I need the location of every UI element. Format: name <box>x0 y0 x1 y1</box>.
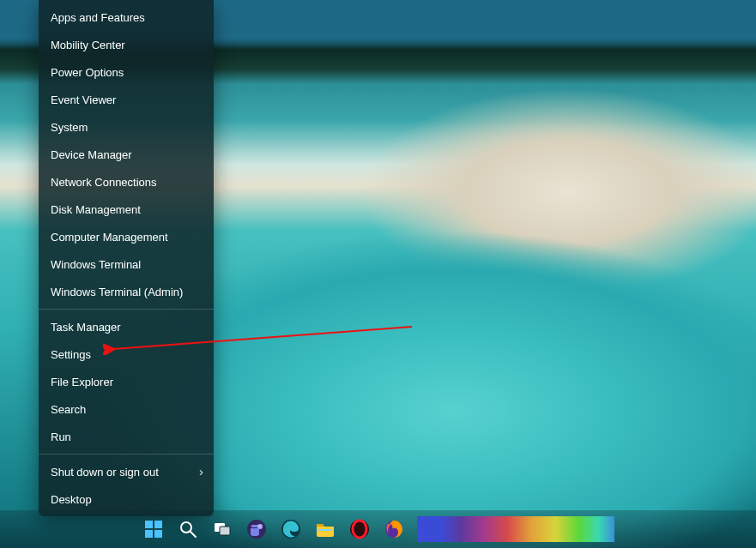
windows-logo-icon <box>144 520 163 539</box>
menu-item-label: Network Connections <box>51 176 157 189</box>
edge-icon <box>281 519 301 539</box>
svg-line-6 <box>191 532 196 537</box>
menu-windows-terminal-admin[interactable]: Windows Terminal (Admin) <box>39 278 214 305</box>
menu-item-label: Apps and Features <box>51 11 145 24</box>
menu-run[interactable]: Run <box>39 423 214 450</box>
menu-settings[interactable]: Settings <box>39 340 214 368</box>
taskbar-opera-button[interactable] <box>348 518 371 540</box>
menu-item-label: Run <box>51 431 71 443</box>
opera-icon <box>349 519 370 539</box>
taskbar-task-view-button[interactable] <box>211 518 233 540</box>
menu-task-manager[interactable]: Task Manager <box>39 313 214 340</box>
menu-separator <box>39 454 214 455</box>
menu-item-label: Event Viewer <box>51 93 116 106</box>
svg-rect-4 <box>154 530 162 538</box>
taskbar-start-button[interactable] <box>142 518 165 540</box>
taskbar-file-explorer-button[interactable] <box>314 518 336 540</box>
menu-item-label: Mobility Center <box>51 39 125 51</box>
menu-system[interactable]: System <box>39 113 214 141</box>
teams-icon <box>246 519 267 539</box>
menu-item-label: Task Manager <box>51 321 121 334</box>
svg-point-5 <box>181 522 191 533</box>
menu-item-label: Disk Management <box>51 203 141 216</box>
menu-disk-management[interactable]: Disk Management <box>39 196 214 223</box>
firefox-icon <box>384 519 404 539</box>
taskbar-edge-button[interactable] <box>280 518 302 540</box>
menu-item-label: System <box>51 121 88 134</box>
menu-item-label: Device Manager <box>51 148 132 161</box>
menu-item-label: Shut down or sign out <box>51 466 159 479</box>
folder-icon <box>315 520 336 539</box>
taskbar-widget-placeholder[interactable] <box>417 516 614 542</box>
menu-item-label: Windows Terminal (Admin) <box>51 286 183 298</box>
svg-rect-8 <box>220 527 230 535</box>
menu-windows-terminal[interactable]: Windows Terminal <box>39 250 214 278</box>
search-icon <box>178 520 197 539</box>
menu-network-connections[interactable]: Network Connections <box>39 168 214 196</box>
menu-item-label: Desktop <box>51 493 92 506</box>
menu-apps-and-features[interactable]: Apps and Features <box>39 3 214 31</box>
menu-item-label: Power Options <box>51 66 124 79</box>
menu-item-label: Search <box>51 403 86 416</box>
svg-rect-12 <box>318 529 332 531</box>
taskbar-firefox-button[interactable] <box>383 518 405 540</box>
menu-computer-management[interactable]: Computer Management <box>39 223 214 250</box>
task-view-icon <box>213 520 232 539</box>
menu-item-label: Windows Terminal <box>51 258 141 271</box>
menu-separator <box>39 309 214 310</box>
menu-item-label: Settings <box>51 348 91 361</box>
menu-shut-down-or-sign-out[interactable]: Shut down or sign out <box>39 458 214 485</box>
taskbar-chat-button[interactable] <box>245 518 268 540</box>
taskbar <box>0 510 756 548</box>
svg-rect-1 <box>145 521 153 528</box>
taskbar-search-button[interactable] <box>177 518 199 540</box>
menu-item-label: Computer Management <box>51 231 168 244</box>
menu-power-options[interactable]: Power Options <box>39 58 214 86</box>
menu-item-label: File Explorer <box>51 376 113 388</box>
menu-event-viewer[interactable]: Event Viewer <box>39 86 214 113</box>
menu-mobility-center[interactable]: Mobility Center <box>39 31 214 58</box>
winx-context-menu: Apps and Features Mobility Center Power … <box>39 0 214 516</box>
menu-search[interactable]: Search <box>39 395 214 423</box>
menu-desktop[interactable]: Desktop <box>39 485 214 513</box>
menu-file-explorer[interactable]: File Explorer <box>39 368 214 395</box>
svg-rect-2 <box>154 521 162 528</box>
menu-device-manager[interactable]: Device Manager <box>39 141 214 168</box>
svg-rect-3 <box>145 530 153 538</box>
